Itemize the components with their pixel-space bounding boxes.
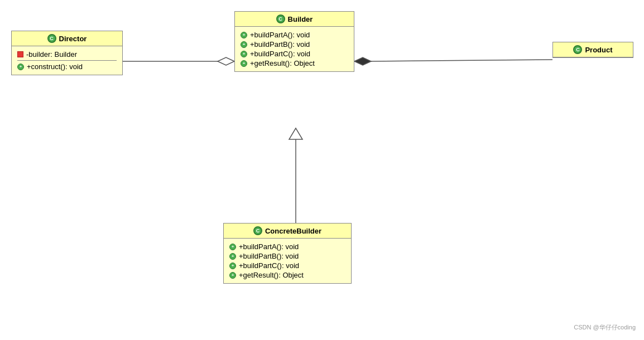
director-name: Director: [59, 35, 87, 43]
svg-marker-3: [354, 57, 371, 65]
director-body: -builder: Builder + +construct(): void: [12, 46, 122, 75]
builder-body: + +buildPartA(): void + +buildPartB(): v…: [235, 27, 354, 71]
builder-method-result: + +getResult(): Object: [241, 59, 348, 67]
concrete-builder-name: ConcreteBuilder: [265, 227, 321, 235]
director-method-text: +construct(): void: [27, 62, 83, 71]
private-icon: [17, 51, 23, 57]
cb-public-icon-1: +: [229, 244, 236, 250]
concrete-builder-class: C ConcreteBuilder + +buildPartA(): void …: [223, 223, 352, 284]
svg-marker-5: [289, 128, 302, 139]
public-icon-2: +: [241, 41, 247, 48]
director-class-icon: C: [47, 34, 56, 43]
public-icon-4: +: [241, 60, 247, 67]
director-header: C Director: [12, 31, 122, 46]
concrete-builder-class-icon: C: [253, 226, 262, 235]
director-field-text: -builder: Builder: [26, 50, 77, 59]
public-icon: +: [17, 64, 24, 70]
concrete-builder-body: + +buildPartA(): void + +buildPartB(): v…: [224, 239, 351, 283]
svg-marker-1: [218, 57, 234, 65]
builder-method-partC: + +buildPartC(): void: [241, 50, 348, 58]
product-name: Product: [585, 46, 612, 54]
cb-public-icon-2: +: [229, 253, 236, 260]
product-class: C Product: [552, 42, 633, 58]
builder-method-partB: + +buildPartB(): void: [241, 40, 348, 48]
builder-class: C Builder + +buildPartA(): void + +build…: [234, 11, 354, 72]
cb-public-icon-3: +: [229, 263, 236, 269]
builder-method-partA: + +buildPartA(): void: [241, 31, 348, 39]
product-class-icon: C: [573, 45, 582, 54]
builder-name: Builder: [288, 15, 313, 23]
product-header: C Product: [553, 42, 633, 57]
cb-method-partB: + +buildPartB(): void: [229, 252, 345, 260]
director-field-builder: -builder: Builder: [17, 50, 117, 59]
svg-line-2: [371, 60, 552, 61]
cb-public-icon-4: +: [229, 272, 236, 279]
concrete-builder-header: C ConcreteBuilder: [224, 224, 351, 239]
watermark: CSDN @华仔仔coding: [574, 323, 636, 332]
director-method-construct: + +construct(): void: [17, 62, 117, 71]
cb-method-partA: + +buildPartA(): void: [229, 242, 345, 251]
director-class: C Director -builder: Builder + +construc…: [11, 31, 123, 75]
diagram-canvas: C Director -builder: Builder + +construc…: [0, 0, 644, 340]
cb-method-result: + +getResult(): Object: [229, 271, 345, 279]
builder-header: C Builder: [235, 12, 354, 27]
public-icon-1: +: [241, 32, 247, 38]
public-icon-3: +: [241, 51, 247, 57]
cb-method-partC: + +buildPartC(): void: [229, 261, 345, 270]
builder-class-icon: C: [276, 14, 285, 23]
